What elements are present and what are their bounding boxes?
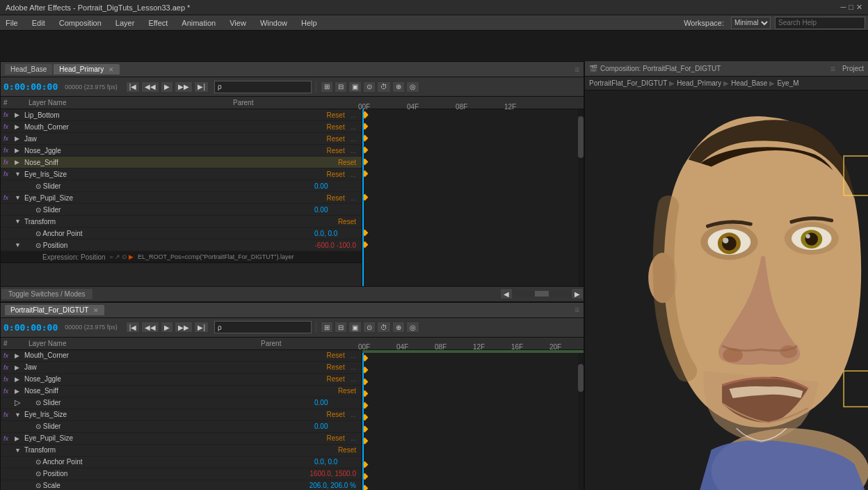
reset-btn[interactable]: Reset [327,111,345,119]
menu-effect[interactable]: Effect [145,17,170,29]
blayer-row-slider-iris[interactable]: ⊙ Slider 0.00 [1,421,362,433]
expr-icon-3[interactable]: ⊙ [122,253,127,260]
transport-begin[interactable]: |◀ [126,81,140,93]
btool-4[interactable]: ⊙ [363,322,376,333]
reset-btn[interactable]: Reset [338,446,356,454]
expand-arrow[interactable]: ▼ [15,447,24,454]
reset-btn[interactable]: Reset [338,159,356,166]
blayer-row-mouth-corner[interactable]: fx ▶ Mouth_Corner Reset ... [1,350,362,362]
top-search-input[interactable] [214,81,312,93]
scroll-track-top[interactable] [514,291,570,297]
viewport-canvas[interactable] [585,90,868,490]
blayer-row-jaw[interactable]: fx ▶ Jaw Reset ... [1,362,362,374]
layer-row-jaw[interactable]: fx ▶ Jaw Reset ... [1,133,362,145]
btool-7[interactable]: ◎ [406,322,419,333]
top-tool-5[interactable]: ⏱ [377,81,391,93]
tab-close-icon[interactable]: ✕ [108,66,114,73]
bottom-search-input[interactable] [214,321,312,333]
scroll-thumb[interactable] [578,116,584,158]
reset-btn[interactable]: Reset [327,194,345,202]
btool-6[interactable]: ⊕ [392,322,405,333]
tab-head-base[interactable]: Head_Base [5,64,52,74]
menu-edit[interactable]: Edit [29,17,48,29]
reset-btn[interactable]: Reset [327,135,345,143]
project-link[interactable]: Project [842,65,864,72]
transport-play[interactable]: ▶ [161,81,173,93]
panel-menu-icon[interactable]: ≡ [574,65,579,74]
blayer-row-nose-jggle[interactable]: fx ▶ Nose_Jggle Reset ... [1,374,362,386]
comp-viewport[interactable] [585,90,868,490]
expand-arrow[interactable]: ▶ [15,159,24,166]
top-tool-2[interactable]: ⊟ [335,81,347,93]
reset-btn[interactable]: Reset [327,434,345,442]
expand-arrow[interactable]: ▶ [15,135,24,142]
reset-btn[interactable]: Reset [338,387,356,395]
btransport-prev[interactable]: ◀◀ [141,322,159,333]
search-help-input[interactable] [775,17,865,29]
bottom-playhead[interactable] [362,353,364,490]
menu-help[interactable]: Help [298,17,320,29]
bottom-layer-list[interactable]: fx ▶ Mouth_Corner Reset ... fx ▶ Jaw Res… [1,350,362,490]
expand-arrow[interactable]: ▶ [15,376,24,383]
blayer-row-transform[interactable]: ▼ Transform Reset [1,445,362,457]
expand-arrow[interactable]: ▼ [15,171,24,177]
top-tool-4[interactable]: ⊙ [363,81,376,93]
breadcrumb-portrait-flat[interactable]: PortraitFlat_For_DIGTUT [589,79,667,87]
layer-row-lip-bottom[interactable]: fx ▶ Lip_Bottom Reset ... [1,109,362,121]
reset-btn[interactable]: Reset [327,363,345,371]
blayer-row-position[interactable]: ⊙ Position 1600.0, 1500.0 [1,468,362,480]
blayer-row-anchor-point[interactable]: ⊙ Anchor Point 0.0, 0.0 [1,457,362,468]
layer-row-slider-1[interactable]: ⊙ Slider 0.00 [1,180,362,192]
reset-btn[interactable]: Reset [327,375,345,383]
reset-btn[interactable]: Reset [327,351,345,359]
layer-row-eye-pupil-size[interactable]: fx ▼ Eye_Pupil_Size Reset ... [1,192,362,204]
btransport-play[interactable]: ▶ [161,322,173,333]
layer-row-mouth-corner[interactable]: fx ▶ Mouth_Corner Reset ... [1,121,362,133]
expand-arrow[interactable]: ▶ [15,111,24,118]
btool-5[interactable]: ⏱ [377,322,391,333]
layer-row-position-top[interactable]: ▼ ⊙ Position -600.0 -100.0 [1,239,362,251]
top-tool-3[interactable]: ▣ [348,81,362,93]
transport-prev-frame[interactable]: ◀◀ [141,81,159,93]
transport-next-frame[interactable]: ▶▶ [175,81,193,93]
bottom-timeline-area[interactable] [362,350,584,490]
toggle-switches-modes-top[interactable]: Toggle Switches / Modes [1,288,93,300]
close-btn[interactable]: ✕ [856,3,862,12]
layer-row-nose-jggle[interactable]: fx ▶ Nose_Jggle Reset ... [1,145,362,157]
reset-btn[interactable]: Reset [327,123,345,131]
layer-row-eye-iris-size[interactable]: fx ▼ Eye_Iris_Size Reset ... [1,168,362,180]
top-timeline-area[interactable] [362,109,584,286]
tab-close-bottom-icon[interactable]: ✕ [93,307,99,314]
scroll-right-top[interactable]: ▶ [571,288,584,299]
reset-btn[interactable]: Reset [327,411,345,418]
breadcrumb-eye-m[interactable]: Eye_M [777,79,798,87]
btransport-end[interactable]: ▶| [194,322,209,333]
btransport-next[interactable]: ▶▶ [175,322,193,333]
expand-arrow[interactable]: ▼ [15,218,24,225]
expand-arrow[interactable]: ▶ [15,352,24,359]
scroll-handle-top[interactable] [535,291,549,297]
top-tool-1[interactable]: ⊞ [321,81,333,93]
menu-composition[interactable]: Composition [56,17,104,29]
blayer-row-eye-pupil[interactable]: fx ▶ Eye_Pupil_Size Reset ... [1,433,362,445]
btransport-begin[interactable]: |◀ [126,322,140,333]
reset-btn[interactable]: Reset [327,147,345,155]
expand-arrow[interactable]: ▶ [15,388,24,395]
btool-1[interactable]: ⊞ [321,322,333,333]
bottom-time-display[interactable]: 0:00:00:00 [3,322,58,333]
maximize-btn[interactable]: □ [849,3,853,12]
expand-arrow[interactable]: ▼ [15,194,24,201]
menu-animation[interactable]: Animation [179,17,218,29]
expand-arrow[interactable]: ▶ [15,147,24,154]
expand-arrow[interactable]: ▶ [15,123,24,130]
expand-arrow[interactable]: ▼ [15,242,24,248]
top-layer-list[interactable]: fx ▶ Lip_Bottom Reset ... fx ▶ Mouth_Cor… [1,109,362,286]
tab-head-primary[interactable]: Head_Primary ✕ [54,64,120,74]
layer-row-nose-sniff[interactable]: fx ▶ Nose_Sniff Reset [1,157,362,168]
layer-row-transform[interactable]: ▼ Transform Reset [1,216,362,228]
layer-row-slider-2[interactable]: ⊙ Slider 0.00 [1,204,362,216]
breadcrumb-head-base[interactable]: Head_Base [731,79,767,87]
minimize-btn[interactable]: ─ [841,3,846,12]
top-tool-6[interactable]: ⊕ [392,81,405,93]
menu-layer[interactable]: Layer [113,17,138,29]
